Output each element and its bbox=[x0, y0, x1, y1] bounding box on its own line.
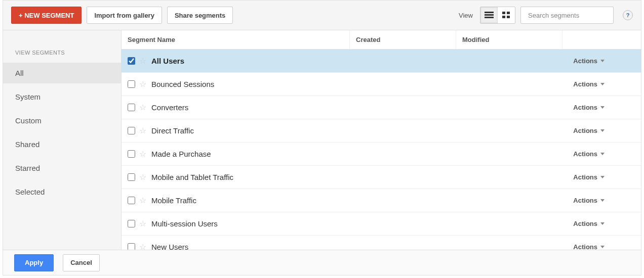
row-checkbox[interactable] bbox=[128, 127, 135, 134]
actions-label: Actions bbox=[573, 197, 597, 204]
toolbar: + NEW SEGMENT Import from gallery Share … bbox=[3, 1, 641, 30]
actions-label: Actions bbox=[573, 243, 597, 250]
svg-rect-0 bbox=[485, 12, 494, 13]
actions-menu[interactable]: Actions bbox=[573, 220, 635, 227]
actions-label: Actions bbox=[573, 57, 597, 65]
actions-menu[interactable]: Actions bbox=[573, 80, 635, 88]
actions-label: Actions bbox=[573, 150, 597, 158]
row-checkbox[interactable] bbox=[128, 150, 135, 158]
search-input[interactable] bbox=[528, 12, 613, 19]
chevron-down-icon bbox=[600, 83, 605, 85]
col-header-modified: Modified bbox=[456, 30, 562, 49]
svg-rect-2 bbox=[485, 17, 494, 18]
chevron-down-icon bbox=[600, 199, 605, 202]
segment-name: Mobile and Tablet Traffic bbox=[151, 173, 233, 181]
segments-panel: + NEW SEGMENT Import from gallery Share … bbox=[3, 0, 641, 275]
star-icon[interactable]: ☆ bbox=[139, 127, 146, 135]
table-row: ☆New UsersActions bbox=[122, 236, 641, 250]
actions-label: Actions bbox=[573, 220, 597, 227]
segment-name: New Users bbox=[151, 243, 188, 250]
footer: Apply Cancel bbox=[3, 250, 641, 275]
segment-name: Converters bbox=[151, 103, 188, 112]
table-rows[interactable]: ☆All UsersActions☆Bounced SessionsAction… bbox=[122, 50, 641, 250]
star-icon[interactable]: ☆ bbox=[139, 243, 146, 250]
view-label: View bbox=[459, 12, 473, 19]
chevron-down-icon bbox=[600, 246, 605, 248]
star-icon[interactable]: ☆ bbox=[139, 57, 146, 65]
chevron-down-icon bbox=[600, 129, 605, 132]
table-row: ☆All UsersActions bbox=[122, 50, 641, 73]
actions-label: Actions bbox=[573, 127, 597, 134]
chevron-down-icon bbox=[600, 176, 605, 178]
sidebar-item-all[interactable]: All bbox=[3, 63, 121, 83]
import-from-gallery-button[interactable]: Import from gallery bbox=[87, 7, 162, 24]
table-row: ☆Bounced SessionsActions bbox=[122, 73, 641, 96]
star-icon[interactable]: ☆ bbox=[139, 150, 146, 158]
svg-rect-3 bbox=[502, 12, 505, 14]
segment-name: Multi-session Users bbox=[151, 219, 218, 228]
table-row: ☆Mobile TrafficActions bbox=[122, 189, 641, 212]
chevron-down-icon bbox=[600, 106, 605, 109]
sidebar-title: VIEW SEGMENTS bbox=[3, 45, 121, 63]
list-icon bbox=[485, 12, 494, 19]
actions-menu[interactable]: Actions bbox=[573, 243, 635, 250]
table-row: ☆ConvertersActions bbox=[122, 96, 641, 119]
actions-label: Actions bbox=[573, 80, 597, 88]
view-toggle bbox=[480, 7, 515, 24]
col-header-actions bbox=[562, 30, 641, 49]
actions-label: Actions bbox=[573, 104, 597, 111]
actions-menu[interactable]: Actions bbox=[573, 104, 635, 111]
actions-menu[interactable]: Actions bbox=[573, 57, 635, 65]
segment-name: Direct Traffic bbox=[151, 126, 194, 135]
row-checkbox[interactable] bbox=[128, 80, 135, 88]
search-wrap bbox=[520, 7, 614, 24]
grid-icon bbox=[502, 12, 510, 19]
star-icon[interactable]: ☆ bbox=[139, 80, 146, 88]
view-list-button[interactable] bbox=[480, 7, 498, 23]
actions-menu[interactable]: Actions bbox=[573, 197, 635, 204]
table-row: ☆Direct TrafficActions bbox=[122, 119, 641, 143]
sidebar-item-starred[interactable]: Starred bbox=[3, 158, 121, 178]
view-grid-button[interactable] bbox=[498, 7, 515, 23]
star-icon[interactable]: ☆ bbox=[139, 220, 146, 228]
row-checkbox[interactable] bbox=[128, 220, 135, 227]
sidebar-item-shared[interactable]: Shared bbox=[3, 134, 121, 155]
table-row: ☆Made a PurchaseActions bbox=[122, 143, 641, 166]
actions-menu[interactable]: Actions bbox=[573, 127, 635, 134]
row-checkbox[interactable] bbox=[128, 173, 135, 181]
apply-button[interactable]: Apply bbox=[14, 254, 54, 271]
sidebar: VIEW SEGMENTS AllSystemCustomSharedStarr… bbox=[3, 30, 122, 250]
segment-name: All Users bbox=[151, 57, 184, 65]
svg-rect-4 bbox=[507, 12, 510, 14]
star-icon[interactable]: ☆ bbox=[139, 197, 146, 205]
chevron-down-icon bbox=[600, 60, 605, 62]
sidebar-item-system[interactable]: System bbox=[3, 86, 121, 107]
chevron-down-icon bbox=[600, 222, 605, 225]
table-header: Segment Name Created Modified bbox=[122, 30, 641, 50]
new-segment-button[interactable]: + NEW SEGMENT bbox=[11, 7, 82, 24]
chevron-down-icon bbox=[600, 153, 605, 155]
main: VIEW SEGMENTS AllSystemCustomSharedStarr… bbox=[3, 30, 641, 250]
actions-label: Actions bbox=[573, 173, 597, 181]
actions-menu[interactable]: Actions bbox=[573, 150, 635, 158]
segment-name: Mobile Traffic bbox=[151, 196, 196, 205]
row-checkbox[interactable] bbox=[128, 243, 135, 250]
row-checkbox[interactable] bbox=[128, 57, 135, 65]
row-checkbox[interactable] bbox=[128, 104, 135, 111]
table-row: ☆Mobile and Tablet TrafficActions bbox=[122, 166, 641, 189]
col-header-created: Created bbox=[349, 30, 456, 49]
segment-name: Made a Purchase bbox=[151, 150, 211, 158]
cancel-button[interactable]: Cancel bbox=[63, 254, 100, 271]
star-icon[interactable]: ☆ bbox=[139, 173, 146, 181]
content: Segment Name Created Modified ☆All Users… bbox=[122, 30, 641, 250]
row-checkbox[interactable] bbox=[128, 197, 135, 204]
sidebar-item-custom[interactable]: Custom bbox=[3, 110, 121, 131]
svg-rect-5 bbox=[502, 16, 505, 18]
sidebar-item-selected[interactable]: Selected bbox=[3, 181, 121, 202]
svg-rect-6 bbox=[507, 16, 510, 18]
share-segments-button[interactable]: Share segments bbox=[167, 7, 233, 24]
star-icon[interactable]: ☆ bbox=[139, 104, 146, 112]
actions-menu[interactable]: Actions bbox=[573, 173, 635, 181]
segment-name: Bounced Sessions bbox=[151, 80, 214, 88]
help-button[interactable]: ? bbox=[623, 10, 633, 20]
